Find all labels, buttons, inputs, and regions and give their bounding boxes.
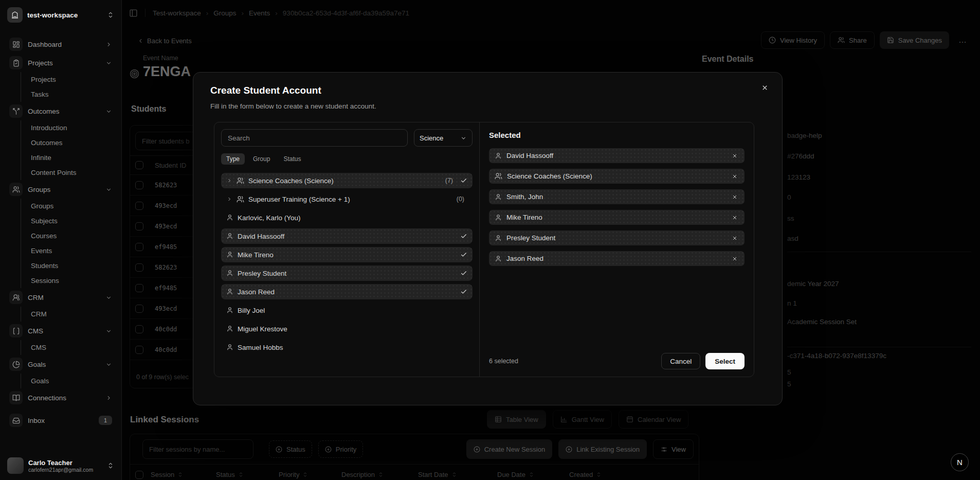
selected-chip[interactable]: David Hassooff (489, 148, 745, 163)
person-row[interactable]: Karlovic, Karlo (You) (221, 210, 473, 225)
dialog-footer: 6 selected Cancel Select (489, 353, 745, 369)
remove-icon[interactable] (731, 255, 739, 263)
tab-status[interactable]: Status (278, 153, 306, 165)
sidebar-item-cms-sub[interactable]: CMS (28, 340, 116, 355)
check-icon (460, 288, 467, 295)
sidebar-item-projects[interactable]: Projects (5, 54, 116, 72)
sidebar-item-cms[interactable]: CMS (5, 322, 116, 340)
sidebar-item-connections[interactable]: Connections (5, 388, 116, 407)
member-picker: Science Type Group Status Science Coache… (214, 122, 754, 377)
picker-selected-panel: Selected David Hassooff Science Coaches … (480, 122, 754, 377)
sidebar-nav: Dashboard Projects Projects Tasks Outcom… (5, 35, 116, 453)
chevron-right-icon[interactable] (226, 177, 232, 184)
person-row[interactable]: Billy Joel (221, 303, 473, 318)
chevron-right-icon (105, 41, 112, 48)
sidebar-item-crm-sub[interactable]: CRM (28, 307, 116, 322)
clipboard-icon (9, 56, 23, 69)
dashboard-icon (9, 38, 23, 51)
check-icon (460, 270, 467, 277)
group-row[interactable]: Science Coaches (Science) (7) (221, 173, 473, 188)
sidebar-item-goals[interactable]: Goals (5, 355, 116, 374)
group-row[interactable]: Superuser Training (Science + 1) (0) (221, 191, 473, 207)
chevron-down-icon (105, 294, 112, 301)
user-icon (226, 344, 233, 351)
sidebar-item-inbox[interactable]: Inbox 1 (5, 411, 116, 430)
chevrons-up-down-icon (107, 11, 114, 19)
sidebar-item-tasks[interactable]: Tasks (28, 87, 116, 102)
user-icon (226, 270, 233, 277)
remove-icon[interactable] (731, 193, 739, 201)
user-icon (495, 255, 502, 262)
sidebar-item-introduction[interactable]: Introduction (28, 120, 116, 135)
check-icon (460, 233, 467, 240)
remove-icon[interactable] (731, 234, 739, 242)
sidebar-item-subjects[interactable]: Subjects (28, 214, 116, 228)
user-icon (226, 251, 233, 258)
remove-icon[interactable] (731, 172, 739, 181)
selected-chip[interactable]: Smith, John (489, 189, 745, 204)
chevron-down-icon (460, 135, 467, 141)
person-row[interactable]: Mike Tireno (221, 247, 473, 262)
subject-select[interactable]: Science (414, 129, 473, 147)
tab-group[interactable]: Group (248, 153, 275, 165)
user-icon (226, 325, 233, 332)
workspace-switcher[interactable]: test-workspace (5, 5, 116, 25)
chevron-down-icon (105, 328, 112, 334)
sidebar: test-workspace Dashboard Projects Projec… (0, 0, 122, 480)
sidebar-item-dashboard[interactable]: Dashboard (5, 35, 116, 54)
search-input[interactable] (221, 129, 408, 147)
person-row[interactable]: Jason Reed (221, 284, 473, 299)
remove-icon[interactable] (731, 152, 739, 160)
inbox-icon (9, 414, 23, 427)
sidebar-item-outcomes[interactable]: Outcomes (5, 102, 116, 120)
user-icon (226, 214, 233, 221)
chevron-right-icon (105, 395, 112, 401)
sidebar-item-students[interactable]: Students (28, 258, 116, 273)
user-icon (226, 307, 233, 314)
workspace-logo-icon (7, 7, 23, 23)
selected-list: David Hassooff Science Coaches (Science)… (489, 148, 745, 266)
person-row[interactable]: Samuel Hobbs (221, 340, 473, 355)
chevron-down-icon (105, 361, 112, 368)
sidebar-item-sessions[interactable]: Sessions (28, 273, 116, 288)
select-button[interactable]: Select (705, 353, 745, 369)
sidebar-item-infinite[interactable]: Infinite (28, 150, 116, 165)
sidebar-item-goals-sub[interactable]: Goals (28, 374, 116, 388)
user-icon (495, 235, 502, 242)
sidebar-item-outcomes-sub[interactable]: Outcomes (28, 135, 116, 150)
dev-indicator-button[interactable]: N (951, 453, 969, 471)
user-icon (226, 288, 233, 295)
person-row[interactable]: Presley Student (221, 265, 473, 281)
workspace-name: test-workspace (27, 11, 102, 19)
sidebar-item-crm[interactable]: CRM (5, 288, 116, 307)
tab-type[interactable]: Type (221, 153, 245, 165)
selected-chip[interactable]: Science Coaches (Science) (489, 169, 745, 184)
selected-count: 6 selected (489, 358, 661, 365)
user-email: carlofern21apr@gmail.com (28, 467, 102, 473)
chevron-right-icon[interactable] (226, 196, 232, 202)
chevron-down-icon (105, 186, 112, 193)
selected-chip[interactable]: Presley Student (489, 230, 745, 245)
selected-chip[interactable]: Jason Reed (489, 251, 745, 266)
user-icon (226, 233, 233, 240)
close-icon[interactable] (759, 82, 771, 94)
sidebar-item-groups[interactable]: Groups (5, 180, 116, 199)
user-menu[interactable]: Carlo Teacher carlofern21apr@gmail.com (5, 453, 116, 476)
inbox-badge: 1 (99, 416, 112, 425)
crm-sub-list: CRM (21, 307, 116, 322)
sidebar-item-courses[interactable]: Courses (28, 228, 116, 243)
sidebar-item-content-points[interactable]: Content Points (28, 165, 116, 180)
chevron-down-icon (105, 108, 112, 115)
users-icon (237, 195, 244, 203)
cancel-button[interactable]: Cancel (661, 353, 700, 369)
person-row[interactable]: David Hassooff (221, 228, 473, 244)
remove-icon[interactable] (731, 214, 739, 222)
user-name: Carlo Teacher (28, 459, 102, 467)
selected-chip[interactable]: Mike Tireno (489, 210, 745, 225)
sidebar-item-projects-sub[interactable]: Projects (28, 72, 116, 87)
brackets-icon (9, 324, 23, 337)
sidebar-item-events[interactable]: Events (28, 243, 116, 258)
groups-sub-list: Groups Subjects Courses Events Students … (21, 199, 116, 288)
person-row[interactable]: Miguel Krestove (221, 321, 473, 336)
sidebar-item-groups-sub[interactable]: Groups (28, 199, 116, 214)
